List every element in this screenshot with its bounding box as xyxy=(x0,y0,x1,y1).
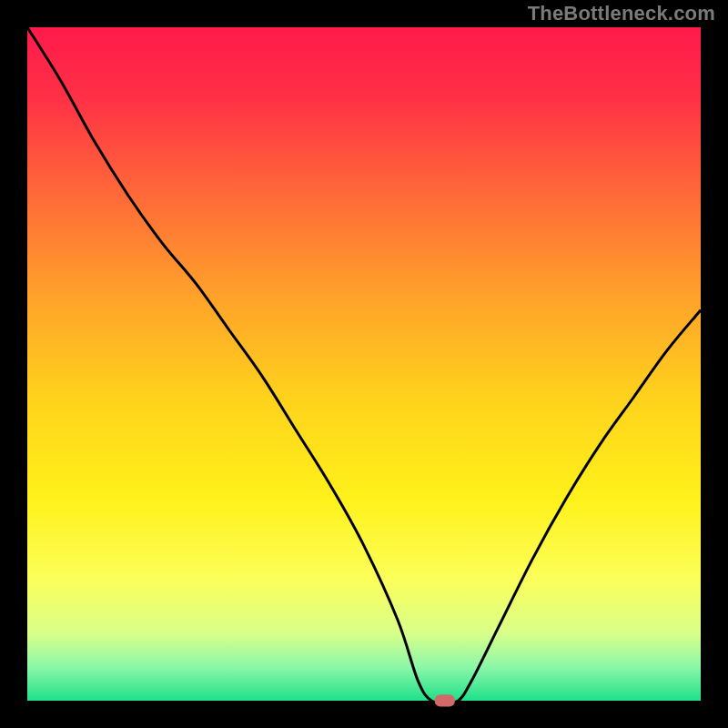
watermark-text: TheBottleneck.com xyxy=(528,2,715,25)
optimal-marker xyxy=(435,694,455,706)
chart-canvas: TheBottleneck.com xyxy=(0,0,728,728)
bottleneck-chart xyxy=(0,0,728,728)
plot-background xyxy=(27,27,701,701)
